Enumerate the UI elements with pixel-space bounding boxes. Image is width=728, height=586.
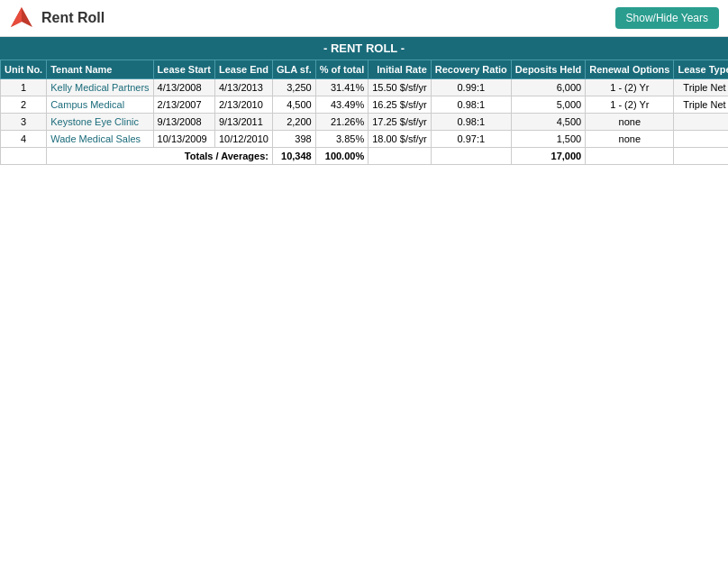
table-cell xyxy=(674,131,728,148)
show-hide-years-button[interactable]: Show/Hide Years xyxy=(615,7,719,29)
totals-cell xyxy=(369,148,432,165)
table-cell[interactable]: Wade Medical Sales xyxy=(47,131,153,148)
table-cell[interactable]: Kelly Medical Partners xyxy=(47,79,153,96)
col-header-lease-type: Lease Type xyxy=(674,60,728,79)
col-header-tenant: Tenant Name xyxy=(47,60,153,79)
table-cell: 398 xyxy=(272,131,315,148)
table-cell: 4,500 xyxy=(511,114,585,131)
table-cell: 43.49% xyxy=(315,96,369,114)
totals-cell xyxy=(1,148,47,165)
table-cell: 2 xyxy=(1,96,47,114)
app-header: Rent Roll Show/Hide Years xyxy=(0,0,728,37)
totals-cell: Totals / Averages: xyxy=(47,148,273,165)
table-cell: 9/13/2008 xyxy=(153,114,214,131)
col-header-renewal: Renewal Options xyxy=(586,60,674,79)
svg-marker-1 xyxy=(11,7,22,27)
totals-cell xyxy=(674,148,728,165)
table-cell[interactable]: Campus Medical xyxy=(47,96,153,114)
table-cell: 0.98:1 xyxy=(431,96,511,114)
col-header-gla: GLA sf. xyxy=(272,60,315,79)
table-cell: 2,200 xyxy=(272,114,315,131)
table-cell: 2/13/2010 xyxy=(214,96,272,114)
logo-text: Rent Roll xyxy=(41,10,105,26)
totals-cell: 100.00% xyxy=(315,148,369,165)
rent-roll-title: - RENT ROLL - xyxy=(0,37,728,60)
totals-cell: 10,348 xyxy=(272,148,315,165)
table-cell: 3.85% xyxy=(315,131,369,148)
logo-area: Rent Roll xyxy=(9,5,105,31)
table-row: 1Kelly Medical Partners4/13/20084/13/201… xyxy=(1,79,729,96)
totals-cell: 17,000 xyxy=(511,148,585,165)
rent-roll-table-container: Unit No. Tenant Name Lease Start Lease E… xyxy=(0,60,728,165)
table-cell: 17.25 $/sf/yr xyxy=(369,114,432,131)
table-cell[interactable]: Keystone Eye Clinic xyxy=(47,114,153,131)
table-cell: 3,250 xyxy=(272,79,315,96)
table-cell: 0.99:1 xyxy=(431,79,511,96)
table-cell: 21.26% xyxy=(315,114,369,131)
table-cell: 1 xyxy=(1,79,47,96)
table-cell: 1,500 xyxy=(511,131,585,148)
col-header-recovery: Recovery Ratio xyxy=(431,60,511,79)
table-cell: 4,500 xyxy=(272,96,315,114)
table-row: 4Wade Medical Sales10/13/200910/12/20103… xyxy=(1,131,729,148)
table-cell: 4/13/2008 xyxy=(153,79,214,96)
empty-area xyxy=(0,165,728,526)
table-row: 2Campus Medical2/13/20072/13/20104,50043… xyxy=(1,96,729,114)
table-cell: Triple Net xyxy=(674,96,728,114)
table-cell: 10/12/2010 xyxy=(214,131,272,148)
table-cell: 1 - (2) Yr xyxy=(586,96,674,114)
col-header-unit: Unit No. xyxy=(1,60,47,79)
table-cell: 31.41% xyxy=(315,79,369,96)
table-cell: 18.00 $/sf/yr xyxy=(369,131,432,148)
table-cell xyxy=(674,114,728,131)
col-header-lease-start: Lease Start xyxy=(153,60,214,79)
rent-roll-table: Unit No. Tenant Name Lease Start Lease E… xyxy=(0,60,728,165)
table-cell: 10/13/2009 xyxy=(153,131,214,148)
totals-row: Totals / Averages:10,348100.00%17,000157… xyxy=(1,148,729,165)
table-cell: none xyxy=(586,131,674,148)
col-header-pct: % of total xyxy=(315,60,369,79)
table-cell: 9/13/2011 xyxy=(214,114,272,131)
table-cell: 15.50 $/sf/yr xyxy=(369,79,432,96)
col-header-lease-end: Lease End xyxy=(214,60,272,79)
logo-icon xyxy=(9,5,34,31)
table-cell: 4 xyxy=(1,131,47,148)
table-cell: 4/13/2013 xyxy=(214,79,272,96)
table-cell: 5,000 xyxy=(511,96,585,114)
table-cell: 3 xyxy=(1,114,47,131)
table-header-row: Unit No. Tenant Name Lease Start Lease E… xyxy=(1,60,729,79)
table-row: 3Keystone Eye Clinic9/13/20089/13/20112,… xyxy=(1,114,729,131)
col-header-deposits: Deposits Held xyxy=(511,60,585,79)
table-cell: 16.25 $/sf/yr xyxy=(369,96,432,114)
table-cell: 2/13/2007 xyxy=(153,96,214,114)
table-cell: Triple Net xyxy=(674,79,728,96)
totals-cell xyxy=(431,148,511,165)
table-cell: 0.98:1 xyxy=(431,114,511,131)
table-cell: none xyxy=(586,114,674,131)
table-cell: 0.97:1 xyxy=(431,131,511,148)
table-cell: 1 - (2) Yr xyxy=(586,79,674,96)
totals-cell xyxy=(586,148,674,165)
col-header-initial-rate: Initial Rate xyxy=(369,60,432,79)
table-cell: 6,000 xyxy=(511,79,585,96)
